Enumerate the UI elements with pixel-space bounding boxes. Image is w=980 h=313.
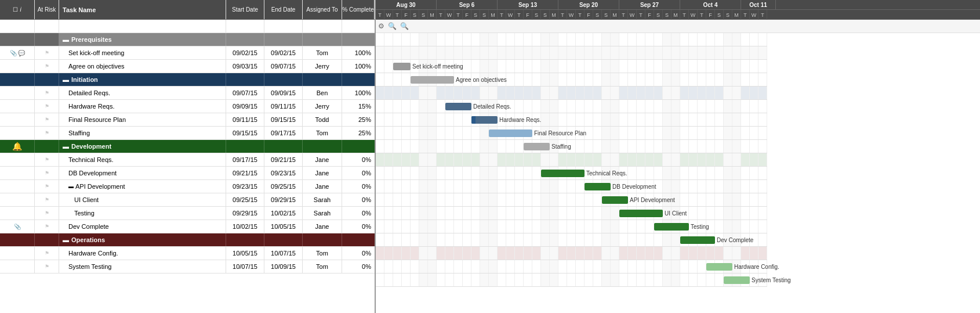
header-start-date: Start Date <box>226 0 264 19</box>
cell-task[interactable]: Final Resource Plan <box>59 113 226 126</box>
collapse-icon[interactable]: ▬ <box>63 36 69 43</box>
gantt-cell <box>689 207 698 220</box>
cell-icons <box>0 260 35 273</box>
gantt-cell <box>689 193 698 206</box>
cell-task[interactable]: UI Client <box>59 193 226 206</box>
cell-task[interactable]: Detailed Reqs. <box>59 87 226 99</box>
cell-task[interactable]: DB Development <box>59 167 226 179</box>
clip-icon: 📎 <box>10 50 17 56</box>
gantt-bar[interactable]: Testing <box>654 223 689 231</box>
cell-task[interactable]: Set kick-off meeting <box>59 46 226 59</box>
gantt-cell <box>689 113 698 126</box>
gantt-bar[interactable]: Staffing <box>524 143 550 150</box>
cell-task <box>59 20 226 33</box>
cell-icons <box>0 180 35 193</box>
gantt-bar[interactable]: Dev Complete <box>680 236 715 244</box>
gantt-cell <box>437 140 445 153</box>
cell-task[interactable]: Agree on objectives <box>59 60 226 73</box>
cell-task[interactable]: ▬ Initiation <box>59 73 226 86</box>
gantt-cell <box>567 260 576 273</box>
gantt-cell <box>541 60 550 73</box>
table-row: ⚑ DB Development 09/21/15 09/23/15 Jane … <box>0 167 375 180</box>
table-row: ⚑ ▬API Development 09/23/15 09/25/15 Jan… <box>0 180 375 193</box>
cell-task[interactable]: ▬ Operations <box>59 233 226 246</box>
gantt-cell <box>532 60 541 73</box>
header-checkbox[interactable]: ☐ <box>13 6 18 13</box>
cell-pct: 0% <box>342 247 375 260</box>
gantt-bar[interactable]: System Testing <box>724 276 750 284</box>
gantt-cell <box>750 33 758 46</box>
day-label: T <box>741 10 750 20</box>
day-label: S <box>602 10 611 20</box>
gantt-cell <box>402 247 411 260</box>
gantt-bar[interactable]: Detailed Reqs. <box>445 103 471 110</box>
cell-end: 09/09/15 <box>264 87 303 99</box>
cell-task[interactable]: Staffing <box>59 127 226 139</box>
gantt-cell <box>724 127 732 139</box>
gantt-bar[interactable]: Technical Reqs. <box>541 170 585 177</box>
gantt-cell <box>411 220 419 233</box>
cell-assigned: Jane <box>303 180 342 193</box>
collapse-icon[interactable]: ▬ <box>63 236 69 243</box>
gantt-bar[interactable]: Agree on objectives <box>411 76 454 84</box>
gantt-bar[interactable]: UI Client <box>619 210 663 217</box>
gantt-cell <box>619 100 628 113</box>
gantt-cell <box>611 46 619 59</box>
settings-icon[interactable]: ⚙ <box>378 22 384 30</box>
gantt-cell <box>393 100 402 113</box>
gantt-cell <box>550 113 558 126</box>
gantt-cell <box>428 260 437 273</box>
cell-task[interactable]: Dev Complete <box>59 220 226 233</box>
gantt-cell <box>724 113 732 126</box>
zoom-out-icon[interactable]: 🔍 <box>400 22 409 30</box>
cell-task[interactable]: ▬ Prerequisites <box>59 33 226 46</box>
cell-task[interactable]: ▬ Development <box>59 140 226 153</box>
gantt-cell <box>611 60 619 73</box>
collapse-icon[interactable]: ▬ <box>63 143 69 150</box>
flag-icon: ⚑ <box>45 130 49 136</box>
cell-task[interactable]: ▬API Development <box>59 180 226 193</box>
gantt-row <box>376 247 767 260</box>
day-label: M <box>489 10 498 20</box>
cell-end: 09/02/15 <box>264 46 303 59</box>
gantt-cell <box>541 220 550 233</box>
cell-pct: 0% <box>342 220 375 233</box>
cell-task[interactable]: Hardware Config. <box>59 247 226 260</box>
gantt-cell <box>463 260 471 273</box>
gantt-cell <box>637 33 645 46</box>
gantt-cell <box>489 247 498 260</box>
gantt-cell <box>558 46 567 59</box>
gantt-bar[interactable]: DB Development <box>585 183 611 190</box>
gantt-cell <box>750 46 758 59</box>
cell-task[interactable]: Testing <box>59 207 226 220</box>
gantt-cell <box>437 127 445 139</box>
collapse-icon[interactable]: ▬ <box>63 76 69 83</box>
gantt-cell <box>445 233 454 246</box>
gantt-cell <box>376 207 384 220</box>
gantt-bar[interactable]: Final Resource Plan <box>489 129 532 137</box>
gantt-cell <box>411 193 419 206</box>
cell-task[interactable]: System Testing <box>59 260 226 273</box>
gantt-cell <box>498 60 506 73</box>
gantt-cell <box>611 207 619 220</box>
gantt-cell <box>376 140 384 153</box>
gantt-cell <box>585 193 593 206</box>
gantt-bar[interactable]: API Development <box>602 196 628 204</box>
gantt-cell <box>663 140 672 153</box>
zoom-in-icon[interactable]: 🔍 <box>388 22 397 30</box>
gantt-bar[interactable]: Set kick-off meeting <box>393 63 411 70</box>
collapse-sub-icon[interactable]: ▬ <box>68 184 74 189</box>
gantt-bar[interactable]: Hardware Reqs. <box>471 116 498 124</box>
gantt-cell <box>758 153 767 166</box>
gantt-cell <box>445 153 454 166</box>
cell-task[interactable]: Technical Reqs. <box>59 153 226 166</box>
cell-end: 10/05/15 <box>264 220 303 233</box>
day-label: S <box>724 10 732 20</box>
gantt-bar[interactable]: Hardware Config. <box>706 263 732 271</box>
gantt-cell <box>532 167 541 179</box>
gantt-cell <box>619 140 628 153</box>
gantt-cell <box>489 46 498 59</box>
cell-task[interactable]: Hardware Reqs. <box>59 100 226 113</box>
flag-icon: ⚑ <box>45 103 49 109</box>
gantt-cell <box>585 113 593 126</box>
